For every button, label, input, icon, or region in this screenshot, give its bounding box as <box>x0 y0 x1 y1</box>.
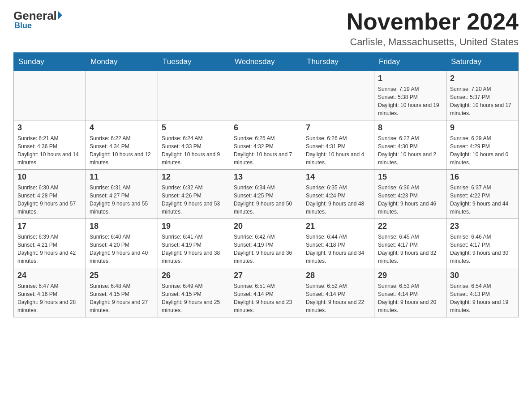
calendar-cell: 26Sunrise: 6:49 AMSunset: 4:15 PMDayligh… <box>158 268 230 317</box>
day-info: Sunrise: 6:25 AMSunset: 4:32 PMDaylight:… <box>234 134 298 167</box>
calendar-header-tuesday: Tuesday <box>158 53 230 71</box>
calendar-cell: 20Sunrise: 6:42 AMSunset: 4:19 PMDayligh… <box>230 219 302 268</box>
calendar-cell: 15Sunrise: 6:36 AMSunset: 4:23 PMDayligh… <box>374 170 446 219</box>
day-number: 13 <box>234 172 298 182</box>
day-number: 15 <box>378 172 442 182</box>
day-info: Sunrise: 6:49 AMSunset: 4:15 PMDaylight:… <box>162 282 226 314</box>
calendar-cell: 19Sunrise: 6:41 AMSunset: 4:19 PMDayligh… <box>158 219 230 268</box>
day-number: 2 <box>450 74 515 83</box>
logo: General Blue <box>13 9 62 30</box>
calendar-cell: 18Sunrise: 6:40 AMSunset: 4:20 PMDayligh… <box>86 219 158 268</box>
calendar-header-sunday: Sunday <box>14 53 86 71</box>
calendar-cell: 2Sunrise: 7:20 AMSunset: 5:37 PMDaylight… <box>446 71 519 120</box>
calendar-header-monday: Monday <box>86 53 158 71</box>
calendar-week-5: 24Sunrise: 6:47 AMSunset: 4:16 PMDayligh… <box>14 268 519 317</box>
calendar-cell: 16Sunrise: 6:37 AMSunset: 4:22 PMDayligh… <box>446 170 519 219</box>
day-info: Sunrise: 7:19 AMSunset: 5:38 PMDaylight:… <box>378 85 442 117</box>
day-info: Sunrise: 6:39 AMSunset: 4:21 PMDaylight:… <box>17 233 82 265</box>
day-number: 1 <box>378 74 442 83</box>
day-info: Sunrise: 6:54 AMSunset: 4:13 PMDaylight:… <box>450 282 515 314</box>
calendar-cell: 28Sunrise: 6:52 AMSunset: 4:14 PMDayligh… <box>302 268 374 317</box>
calendar-cell: 8Sunrise: 6:27 AMSunset: 4:30 PMDaylight… <box>374 120 446 170</box>
day-number: 17 <box>17 222 82 231</box>
day-info: Sunrise: 6:21 AMSunset: 4:36 PMDaylight:… <box>17 134 82 167</box>
day-number: 9 <box>450 123 515 133</box>
day-number: 22 <box>378 222 442 231</box>
day-info: Sunrise: 6:41 AMSunset: 4:19 PMDaylight:… <box>162 233 226 265</box>
day-info: Sunrise: 6:36 AMSunset: 4:23 PMDaylight:… <box>378 184 442 216</box>
day-number: 11 <box>90 172 154 182</box>
title-block: November 2024 Carlisle, Massachusetts, U… <box>347 9 519 48</box>
day-number: 25 <box>90 271 154 280</box>
day-info: Sunrise: 6:30 AMSunset: 4:28 PMDaylight:… <box>17 184 82 216</box>
calendar-cell <box>230 71 302 120</box>
calendar-cell: 27Sunrise: 6:51 AMSunset: 4:14 PMDayligh… <box>230 268 302 317</box>
logo-arrow-icon <box>58 11 62 20</box>
calendar-cell: 23Sunrise: 6:46 AMSunset: 4:17 PMDayligh… <box>446 219 519 268</box>
day-info: Sunrise: 6:42 AMSunset: 4:19 PMDaylight:… <box>234 233 298 265</box>
calendar-header-row: SundayMondayTuesdayWednesdayThursdayFrid… <box>14 53 519 71</box>
day-info: Sunrise: 6:24 AMSunset: 4:33 PMDaylight:… <box>162 134 226 167</box>
calendar-table: SundayMondayTuesdayWednesdayThursdayFrid… <box>13 52 519 317</box>
day-number: 21 <box>306 222 370 231</box>
calendar-cell: 3Sunrise: 6:21 AMSunset: 4:36 PMDaylight… <box>14 120 86 170</box>
calendar-header-friday: Friday <box>374 53 446 71</box>
calendar-header-thursday: Thursday <box>302 53 374 71</box>
day-number: 4 <box>90 123 154 133</box>
calendar-cell <box>158 71 230 120</box>
day-info: Sunrise: 6:44 AMSunset: 4:18 PMDaylight:… <box>306 233 370 265</box>
calendar-week-2: 3Sunrise: 6:21 AMSunset: 4:36 PMDaylight… <box>14 120 519 170</box>
calendar-header-saturday: Saturday <box>446 53 519 71</box>
calendar-cell: 30Sunrise: 6:54 AMSunset: 4:13 PMDayligh… <box>446 268 519 317</box>
calendar-cell: 4Sunrise: 6:22 AMSunset: 4:34 PMDaylight… <box>86 120 158 170</box>
day-info: Sunrise: 6:26 AMSunset: 4:31 PMDaylight:… <box>306 134 370 167</box>
calendar-cell: 1Sunrise: 7:19 AMSunset: 5:38 PMDaylight… <box>374 71 446 120</box>
location: Carlisle, Massachusetts, United States <box>347 36 519 48</box>
calendar-cell: 21Sunrise: 6:44 AMSunset: 4:18 PMDayligh… <box>302 219 374 268</box>
calendar-cell: 13Sunrise: 6:34 AMSunset: 4:25 PMDayligh… <box>230 170 302 219</box>
day-number: 6 <box>234 123 298 133</box>
day-info: Sunrise: 6:35 AMSunset: 4:24 PMDaylight:… <box>306 184 370 216</box>
day-info: Sunrise: 6:22 AMSunset: 4:34 PMDaylight:… <box>90 134 154 167</box>
day-number: 20 <box>234 222 298 231</box>
calendar-cell: 7Sunrise: 6:26 AMSunset: 4:31 PMDaylight… <box>302 120 374 170</box>
day-number: 18 <box>90 222 154 231</box>
day-number: 8 <box>378 123 442 133</box>
day-info: Sunrise: 6:47 AMSunset: 4:16 PMDaylight:… <box>17 282 82 314</box>
calendar-cell: 12Sunrise: 6:32 AMSunset: 4:26 PMDayligh… <box>158 170 230 219</box>
day-info: Sunrise: 6:31 AMSunset: 4:27 PMDaylight:… <box>90 184 154 216</box>
calendar-cell: 5Sunrise: 6:24 AMSunset: 4:33 PMDaylight… <box>158 120 230 170</box>
calendar-week-4: 17Sunrise: 6:39 AMSunset: 4:21 PMDayligh… <box>14 219 519 268</box>
day-info: Sunrise: 6:51 AMSunset: 4:14 PMDaylight:… <box>234 282 298 314</box>
day-number: 28 <box>306 271 370 280</box>
day-info: Sunrise: 6:34 AMSunset: 4:25 PMDaylight:… <box>234 184 298 216</box>
day-info: Sunrise: 6:40 AMSunset: 4:20 PMDaylight:… <box>90 233 154 265</box>
day-number: 7 <box>306 123 370 133</box>
calendar-cell <box>14 71 86 120</box>
day-number: 14 <box>306 172 370 182</box>
calendar-cell <box>302 71 374 120</box>
calendar-cell: 14Sunrise: 6:35 AMSunset: 4:24 PMDayligh… <box>302 170 374 219</box>
month-title: November 2024 <box>347 9 519 34</box>
day-number: 29 <box>378 271 442 280</box>
day-info: Sunrise: 6:52 AMSunset: 4:14 PMDaylight:… <box>306 282 370 314</box>
day-info: Sunrise: 6:29 AMSunset: 4:29 PMDaylight:… <box>450 134 515 167</box>
calendar-cell: 25Sunrise: 6:48 AMSunset: 4:15 PMDayligh… <box>86 268 158 317</box>
day-number: 24 <box>17 271 82 280</box>
day-number: 16 <box>450 172 515 182</box>
day-info: Sunrise: 6:53 AMSunset: 4:14 PMDaylight:… <box>378 282 442 314</box>
calendar-week-3: 10Sunrise: 6:30 AMSunset: 4:28 PMDayligh… <box>14 170 519 219</box>
page-header: General Blue November 2024 Carlisle, Mas… <box>13 9 519 48</box>
day-info: Sunrise: 6:32 AMSunset: 4:26 PMDaylight:… <box>162 184 226 216</box>
day-info: Sunrise: 6:37 AMSunset: 4:22 PMDaylight:… <box>450 184 515 216</box>
day-number: 27 <box>234 271 298 280</box>
day-number: 30 <box>450 271 515 280</box>
day-info: Sunrise: 6:27 AMSunset: 4:30 PMDaylight:… <box>378 134 442 167</box>
calendar-cell: 6Sunrise: 6:25 AMSunset: 4:32 PMDaylight… <box>230 120 302 170</box>
calendar-cell: 9Sunrise: 6:29 AMSunset: 4:29 PMDaylight… <box>446 120 519 170</box>
day-number: 26 <box>162 271 226 280</box>
calendar-cell: 24Sunrise: 6:47 AMSunset: 4:16 PMDayligh… <box>14 268 86 317</box>
day-number: 3 <box>17 123 82 133</box>
logo-blue: Blue <box>14 21 32 30</box>
day-number: 10 <box>17 172 82 182</box>
